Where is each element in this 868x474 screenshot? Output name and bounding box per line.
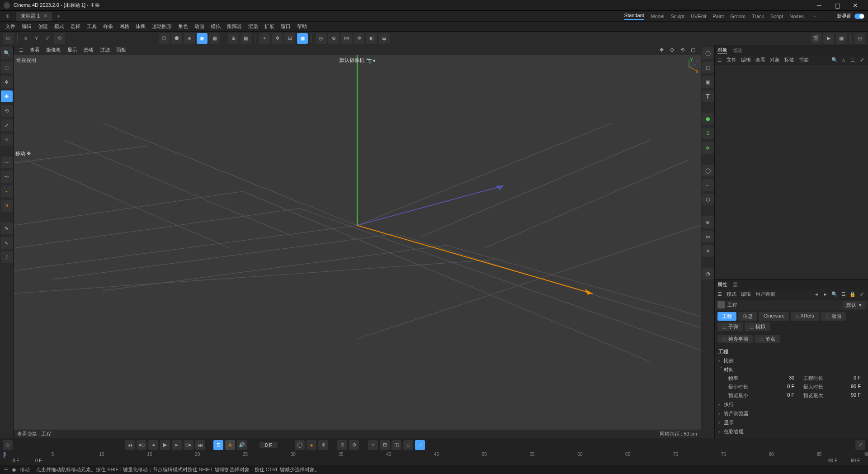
vp-nav-orbit-icon[interactable]: ⟲	[678, 46, 687, 54]
axis-y-button[interactable]: Y	[32, 34, 41, 43]
obj-popout-icon[interactable]: ⤢	[858, 57, 865, 64]
section-color[interactable]: ›色彩管理	[718, 427, 864, 436]
obj-menu-bookmarks[interactable]: 书签	[799, 57, 809, 63]
pmin-field[interactable]: 0 F	[773, 392, 795, 399]
axis-z-button[interactable]: Z	[43, 34, 52, 43]
material-manager-button[interactable]: ▦	[836, 33, 847, 44]
tab-attributes[interactable]: 属性	[717, 281, 727, 288]
attr-menu-userdata[interactable]: 用户数据	[755, 291, 775, 298]
vp-nav-zoom-icon[interactable]: ⊕	[667, 46, 677, 54]
range-start2-handle[interactable]: 0 F	[35, 458, 42, 463]
range-start-handle[interactable]: 0 F	[13, 458, 19, 463]
key-settings-button[interactable]: ⊛	[318, 440, 328, 450]
key-opt3-button[interactable]: ◫	[392, 440, 401, 450]
key-rot-button[interactable]: ⊘	[349, 440, 359, 450]
spline-square-button[interactable]: ▪	[1, 185, 13, 197]
render-queue-button[interactable]: ▦	[209, 33, 220, 44]
menu-simulate[interactable]: 模拟	[208, 22, 223, 31]
menu-volume[interactable]: 体积	[133, 22, 148, 31]
tag-button[interactable]: ◔	[702, 268, 714, 280]
tool-settings-button[interactable]: ✲	[1, 76, 13, 88]
brush-button[interactable]: ✎	[1, 223, 13, 234]
key-opt5-button[interactable]: ⟋	[415, 440, 425, 450]
floor-button[interactable]: ▭	[702, 231, 714, 242]
render-view-button[interactable]: ⬡	[159, 33, 170, 44]
grid-snap-button[interactable]: ⊞	[284, 33, 295, 44]
key-opt2-button[interactable]: ⊞	[380, 440, 390, 450]
minimize-button[interactable]: ─	[810, 0, 828, 11]
layout-track[interactable]: Track	[752, 14, 764, 19]
knife-button[interactable]: ∿	[1, 237, 13, 249]
obj-menu-objects[interactable]: 对象	[770, 57, 780, 63]
sym-gear-button[interactable]: ✲	[354, 33, 364, 44]
move-button[interactable]: ✥	[1, 90, 13, 102]
layout-nodes[interactable]: Nodes	[789, 14, 804, 19]
key-pos-button[interactable]: ⊙	[337, 440, 347, 450]
range-end-handle[interactable]: 90 F	[828, 458, 837, 463]
vp-menu-display[interactable]: 显示	[65, 46, 80, 54]
softsel-button[interactable]: ◐	[366, 33, 377, 44]
close-button[interactable]: ✕	[846, 0, 864, 11]
tab-layers[interactable]: 层	[733, 281, 738, 288]
picture-viewer-button[interactable]: ▶	[823, 33, 834, 44]
rotate-button[interactable]: ⟲	[1, 105, 13, 117]
sound-button[interactable]: 🔊	[237, 440, 247, 450]
menu-help[interactable]: 帮助	[294, 22, 310, 31]
spline-pen-button[interactable]: 〰	[1, 156, 13, 168]
chip-cineware[interactable]: Cineware	[759, 312, 789, 321]
vp-nav-pan-icon[interactable]: ✥	[657, 46, 666, 54]
menu-create[interactable]: 创建	[35, 22, 51, 31]
search-icon[interactable]: 🔍	[1, 47, 13, 59]
obj-hamburger-icon[interactable]: ☰	[717, 57, 722, 63]
chip-anim[interactable]: 动画	[821, 312, 846, 321]
sym-enable-button[interactable]: ◎	[316, 33, 326, 44]
status-hamburger-icon[interactable]: ☰	[4, 467, 8, 473]
key-opt1-button[interactable]: ✧	[368, 440, 378, 450]
status-record-icon[interactable]: ◉	[12, 467, 16, 473]
current-frame-field[interactable]: 0 F	[259, 442, 278, 448]
section-display[interactable]: ›显示	[718, 418, 864, 427]
section-scale[interactable]: ›比例	[718, 356, 864, 365]
vp-menu-panel[interactable]: 面板	[113, 46, 129, 54]
menu-animate[interactable]: 动画	[192, 22, 207, 31]
menu-character[interactable]: 角色	[175, 22, 191, 31]
target-icon[interactable]: ◎	[854, 33, 865, 44]
camera-lock-icon[interactable]: 📷◂	[366, 57, 375, 63]
snap-settings-button[interactable]: ✲	[272, 33, 283, 44]
text-primitive-button[interactable]: T	[702, 90, 714, 102]
coord-system-button[interactable]: ⟲	[54, 33, 65, 44]
section-exec[interactable]: ›执行	[718, 400, 864, 409]
extrude-button[interactable]: ⤴	[1, 251, 13, 263]
scatter-button[interactable]: ⠿	[1, 200, 13, 212]
attr-menu-edit[interactable]: 编辑	[741, 291, 751, 298]
attr-lock-icon[interactable]: 🔒	[849, 291, 856, 298]
next-key-button[interactable]: ◇▸	[184, 440, 193, 450]
chip-bullet[interactable]: 子弹	[717, 322, 743, 331]
section-project[interactable]: 工程	[718, 347, 864, 356]
workplane-lock-button[interactable]: ▦	[241, 33, 251, 44]
obj-search-icon[interactable]: 🔍	[831, 57, 838, 64]
cube-primitive-button[interactable]: ▣	[702, 76, 714, 88]
generator-button[interactable]: ⬣	[702, 113, 714, 125]
pin-icon[interactable]: ⊕	[4, 13, 11, 20]
snap-enable-button[interactable]: ⌖	[259, 33, 270, 44]
vp-menu-filter[interactable]: 过滤	[97, 46, 113, 54]
menu-file[interactable]: 文件	[3, 22, 18, 31]
tab-objects[interactable]: 对象	[717, 47, 727, 54]
obj-menu-edit[interactable]: 编辑	[741, 57, 751, 63]
obj-filter-icon[interactable]: ☲	[849, 57, 856, 64]
pmax-field[interactable]: 90 F	[839, 392, 861, 399]
rec-enable-button[interactable]: ◯	[295, 440, 305, 450]
menu-spline[interactable]: 样条	[100, 22, 116, 31]
menu-render[interactable]: 渲染	[245, 22, 261, 31]
viewport-canvas[interactable]: 透视视图 默认摄像机 📷◂ 移动 ✥	[14, 55, 701, 430]
section-time[interactable]: ›时间	[718, 365, 864, 374]
attr-menu-mode[interactable]: 模式	[726, 291, 736, 298]
obj-home-icon[interactable]: ⌂	[840, 57, 847, 64]
timeline-popout-button[interactable]: ⤢	[855, 440, 865, 450]
scene-button[interactable]: ⬡	[702, 194, 714, 205]
vp-menu-camera[interactable]: 摄像机	[43, 46, 64, 54]
place-button[interactable]: ✧	[1, 134, 13, 146]
layout-paint[interactable]: Paint	[712, 14, 724, 19]
menu-mograph[interactable]: 运动图形	[149, 22, 175, 31]
